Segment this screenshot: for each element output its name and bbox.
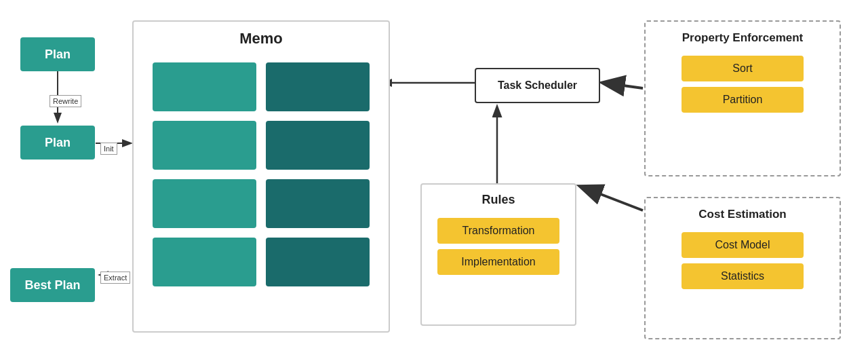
property-enforcement-title: Property Enforcement <box>646 22 840 50</box>
memo-cell-3 <box>153 121 256 170</box>
task-scheduler-box: Task Scheduler <box>475 68 600 103</box>
sort-button[interactable]: Sort <box>682 56 804 81</box>
cost-estimation-box: Cost Estimation Cost Model Statistics <box>644 197 841 339</box>
memo-cell-4 <box>266 121 370 170</box>
memo-grid <box>134 56 389 293</box>
best-plan-box: Best Plan <box>10 268 95 302</box>
task-scheduler-label: Task Scheduler <box>498 79 577 92</box>
memo-cell-5 <box>153 179 256 228</box>
implementation-button[interactable]: Implementation <box>437 249 559 275</box>
memo-box: Memo <box>132 20 390 333</box>
partition-button[interactable]: Partition <box>682 87 804 113</box>
plan-middle-box: Plan <box>20 126 95 160</box>
init-label: Init <box>100 143 117 155</box>
plan-middle-label: Plan <box>45 136 71 150</box>
cost-estimation-title: Cost Estimation <box>646 198 840 227</box>
rewrite-label: Rewrite <box>50 95 81 107</box>
rules-title: Rules <box>422 185 575 212</box>
cost-model-button[interactable]: Cost Model <box>682 232 804 258</box>
statistics-button[interactable]: Statistics <box>682 263 804 289</box>
memo-cell-6 <box>266 179 370 228</box>
memo-cell-2 <box>266 62 370 111</box>
diagram-container: Plan Rewrite Plan Init Best Plan Extract… <box>0 0 868 355</box>
memo-cell-8 <box>266 238 370 286</box>
memo-cell-7 <box>153 238 256 286</box>
transformation-button[interactable]: Transformation <box>437 218 559 244</box>
extract-label: Extract <box>100 272 130 284</box>
svg-line-7 <box>604 83 643 88</box>
memo-cell-1 <box>153 62 256 111</box>
rules-box: Rules Transformation Implementation <box>420 183 576 326</box>
property-enforcement-box: Property Enforcement Sort Partition <box>644 20 841 176</box>
plan-top-box: Plan <box>20 37 95 71</box>
memo-title: Memo <box>134 22 389 53</box>
plan-top-label: Plan <box>45 48 71 62</box>
svg-line-8 <box>581 187 643 210</box>
best-plan-label: Best Plan <box>24 278 80 293</box>
